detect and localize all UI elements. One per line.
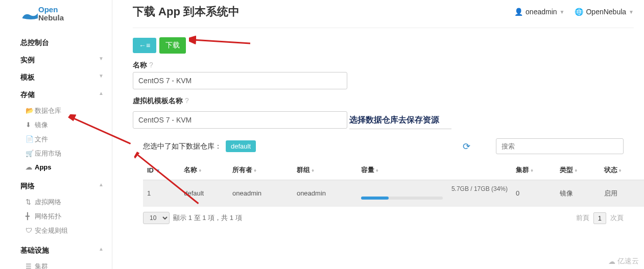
nav-marketplace[interactable]: 🛒应用市场	[0, 146, 112, 161]
cloud-icon: ☁	[26, 163, 35, 171]
sort-icon: ♦	[531, 167, 533, 173]
selection-text: 您选中了如下数据仓库：	[143, 142, 222, 151]
logo-top: Open	[38, 5, 58, 14]
user-menu[interactable]: 👤oneadmin ▼	[514, 8, 564, 16]
selection-left: 您选中了如下数据仓库： default	[143, 140, 256, 152]
nav: 总控制台 实例▼ 模板▼ 存储▲ 📂数据仓库 ⬇镜像 📄文件 🛒应用市场 ☁Ap…	[0, 29, 112, 269]
chevron-up-icon: ▲	[99, 90, 104, 96]
user-icon: 👤	[514, 8, 523, 16]
name-input[interactable]	[133, 72, 347, 89]
chevron-down-icon: ▼	[629, 9, 634, 15]
cell-group: oneadmin	[293, 180, 357, 207]
help-icon[interactable]: ?	[149, 61, 153, 69]
cell-owner: oneadmin	[228, 180, 293, 207]
nav-apps[interactable]: ☁Apps	[0, 161, 112, 174]
pager-info: 顯示 1 至 1 項，共 1 項	[173, 214, 242, 222]
section-title: 选择数据仓库去保存资源	[349, 112, 451, 129]
nav-secgroups[interactable]: 🛡安全规则组	[0, 224, 112, 238]
topology-icon: ╋	[26, 212, 35, 220]
sort-icon: ♦	[619, 167, 622, 173]
next-page[interactable]: 次頁	[610, 213, 624, 223]
prev-page[interactable]: 前頁	[576, 213, 589, 223]
network-icon: ⇅	[26, 198, 35, 206]
nav-instances[interactable]: 实例▼	[0, 52, 112, 69]
table-row[interactable]: 1 default oneadmin oneadmin 5.7GB / 17GB…	[143, 180, 644, 207]
nav-datastores[interactable]: 📂数据仓库	[0, 104, 112, 118]
file-icon: 📄	[26, 135, 35, 143]
nav-files[interactable]: 📄文件	[0, 132, 112, 146]
nav-images[interactable]: ⬇镜像	[0, 118, 112, 132]
brand-menu[interactable]: 🌐OpenNebula ▼	[575, 8, 634, 16]
progress-fill	[361, 197, 389, 200]
datastore-table: ID▼ 名称♦ 所有者♦ 群组♦ 容量♦ 集群♦ 类型♦ 状态♦ 1 defau…	[143, 160, 644, 207]
main: 下载 App 到本系统中 👤oneadmin ▼ 🌐OpenNebula ▼ ←…	[112, 0, 644, 269]
th-type[interactable]: 类型♦	[556, 160, 600, 180]
download-button[interactable]: 下载	[159, 37, 186, 54]
server-icon: ☰	[26, 262, 35, 269]
chevron-up-icon: ▲	[99, 182, 104, 187]
th-status[interactable]: 状态♦	[600, 160, 644, 180]
logo: Open Nebula	[0, 0, 112, 29]
chevron-up-icon: ▲	[99, 246, 104, 252]
nav-cluster[interactable]: ☰集群	[0, 259, 112, 269]
help-icon[interactable]: ?	[185, 96, 189, 105]
nav-infra[interactable]: 基础设施▲	[0, 242, 112, 259]
current-page[interactable]: 1	[593, 212, 606, 224]
sidebar: Open Nebula 总控制台 实例▼ 模板▼ 存储▲ 📂数据仓库 ⬇镜像 📄…	[0, 0, 112, 269]
shield-icon: 🛡	[26, 227, 35, 234]
th-name[interactable]: 名称♦	[180, 160, 228, 180]
cell-id: 1	[143, 180, 180, 207]
cell-cluster: 0	[512, 180, 556, 207]
nav-topology[interactable]: ╋网络拓扑	[0, 209, 112, 224]
nav-templates[interactable]: 模板▼	[0, 69, 112, 86]
capacity-text: 5.7GB / 17GB (34%)	[361, 185, 508, 192]
nav-dashboard[interactable]: 总控制台	[0, 34, 112, 52]
sort-icon: ♦	[376, 167, 378, 173]
progress-bar	[361, 197, 443, 200]
cell-type: 镜像	[556, 180, 600, 207]
selection-row: 您选中了如下数据仓库： default ⟳	[143, 138, 624, 154]
selection-tag[interactable]: default	[226, 140, 256, 152]
name-label: 名称 ?	[133, 61, 634, 70]
cloud-icon: ☁	[608, 257, 615, 265]
pager-row: 10 顯示 1 至 1 項，共 1 項 前頁 1 次頁	[133, 207, 634, 229]
search-input[interactable]	[496, 138, 624, 154]
th-owner[interactable]: 所有者♦	[228, 160, 293, 180]
th-capacity[interactable]: 容量♦	[357, 160, 512, 180]
tpl-input[interactable]	[133, 111, 347, 129]
chevron-down-icon: ▼	[99, 56, 104, 61]
refresh-icon[interactable]: ⟳	[463, 141, 470, 152]
page-size-select[interactable]: 10	[143, 212, 170, 224]
page-title: 下载 App 到本系统中	[133, 4, 240, 19]
chevron-down-icon: ▼	[99, 73, 104, 79]
sort-icon: ▼	[155, 168, 160, 174]
watermark: ☁亿速云	[608, 257, 639, 266]
th-group[interactable]: 群组♦	[293, 160, 357, 180]
cart-icon: 🛒	[26, 150, 35, 157]
nav-vnet[interactable]: ⇅虚拟网络	[0, 195, 112, 209]
sort-icon: ♦	[312, 167, 314, 173]
back-button[interactable]: ←≡	[133, 38, 156, 53]
sort-icon: ♦	[575, 167, 577, 173]
th-id[interactable]: ID▼	[143, 160, 180, 180]
logo-bottom: Nebula	[38, 13, 64, 22]
button-row: ←≡ 下载	[133, 37, 634, 54]
folder-icon: 📂	[26, 107, 35, 114]
divider	[133, 28, 634, 28]
download-icon: ⬇	[26, 121, 35, 129]
nav-storage[interactable]: 存储▲	[0, 86, 112, 104]
cell-status: 启用	[600, 180, 644, 207]
chevron-down-icon: ▼	[560, 9, 565, 15]
pager: 前頁 1 次頁	[576, 212, 624, 224]
user-area: 👤oneadmin ▼ 🌐OpenNebula ▼	[514, 8, 634, 16]
sort-icon: ♦	[254, 167, 256, 173]
top-row: 下载 App 到本系统中 👤oneadmin ▼ 🌐OpenNebula ▼	[133, 4, 634, 19]
cell-capacity: 5.7GB / 17GB (34%)	[357, 180, 512, 207]
cell-name: default	[180, 180, 228, 207]
tpl-label: 虚拟机模板名称 ?	[133, 96, 634, 106]
sort-icon: ♦	[199, 167, 201, 173]
th-cluster[interactable]: 集群♦	[512, 160, 556, 180]
globe-icon: 🌐	[575, 8, 583, 16]
nav-network[interactable]: 网络▲	[0, 178, 112, 195]
